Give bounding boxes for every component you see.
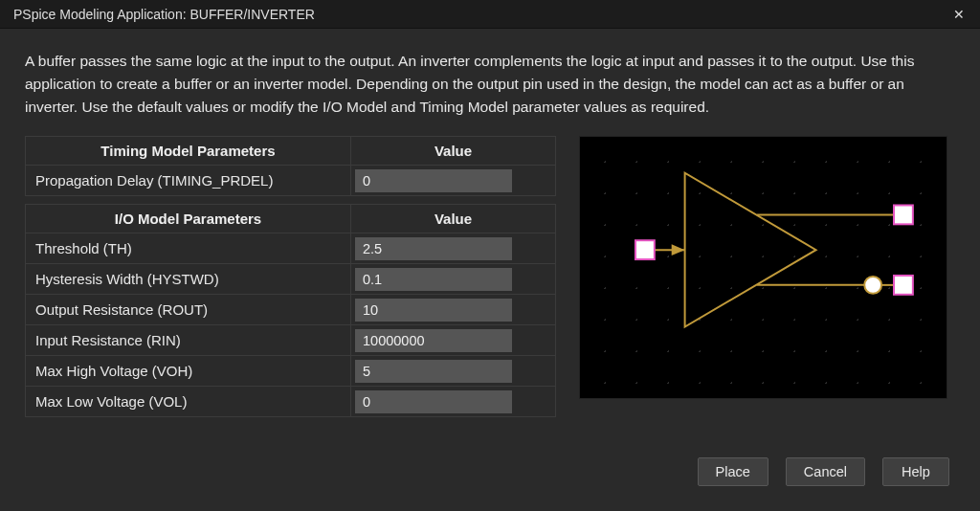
input-pin bbox=[635, 240, 655, 259]
param-value-cell bbox=[351, 387, 556, 417]
table-row: Output Resistance (ROUT) bbox=[26, 295, 556, 325]
timing-prdel-input[interactable] bbox=[355, 169, 512, 192]
timing-header-value: Value bbox=[351, 137, 556, 166]
param-value-cell bbox=[351, 325, 556, 356]
main-row: Timing Model Parameters Value Propagatio… bbox=[25, 136, 955, 425]
help-button[interactable]: Help bbox=[882, 457, 949, 486]
table-row: Max High Voltage (VOH) bbox=[26, 356, 556, 387]
threshold-input[interactable] bbox=[355, 237, 512, 260]
param-label: Output Resistance (ROUT) bbox=[26, 295, 351, 325]
arrow-icon bbox=[672, 244, 685, 256]
io-header-param: I/O Model Parameters bbox=[26, 205, 351, 233]
param-value-cell bbox=[351, 295, 556, 325]
parameter-tables: Timing Model Parameters Value Propagatio… bbox=[25, 136, 556, 425]
param-value-cell bbox=[351, 264, 556, 295]
place-button[interactable]: Place bbox=[698, 457, 768, 486]
io-header-value: Value bbox=[351, 205, 556, 233]
output-pin-inv bbox=[894, 276, 913, 295]
table-row: Propagation Delay (TIMING_PRDEL) bbox=[26, 166, 556, 196]
table-row: Max Low Voltage (VOL) bbox=[26, 387, 556, 417]
param-label: Hysteresis Width (HYSTWD) bbox=[26, 264, 351, 295]
close-icon[interactable]: ✕ bbox=[947, 3, 970, 26]
io-model-table: I/O Model Parameters Value Threshold (TH… bbox=[25, 204, 556, 417]
table-row: Input Resistance (RIN) bbox=[26, 325, 556, 356]
param-label: Max Low Voltage (VOL) bbox=[26, 387, 351, 417]
output-pin-noninv bbox=[894, 206, 913, 225]
param-value-cell bbox=[351, 356, 556, 387]
buffer-inverter-symbol bbox=[580, 137, 947, 398]
hysteresis-input[interactable] bbox=[355, 268, 512, 291]
table-row: Threshold (TH) bbox=[26, 233, 556, 264]
rin-input[interactable] bbox=[355, 329, 512, 352]
modeling-dialog: PSpice Modeling Application: BUFFER/INVE… bbox=[0, 0, 980, 511]
param-label: Input Resistance (RIN) bbox=[26, 325, 351, 356]
param-label: Threshold (TH) bbox=[26, 233, 351, 264]
schematic-preview bbox=[579, 136, 947, 399]
param-label: Max High Voltage (VOH) bbox=[26, 356, 351, 387]
dialog-content: A buffer passes the same logic at the in… bbox=[0, 29, 980, 511]
dialog-footer: Place Cancel Help bbox=[25, 450, 955, 501]
triangle-icon bbox=[685, 173, 816, 327]
param-value-cell bbox=[351, 233, 556, 264]
timing-header-param: Timing Model Parameters bbox=[26, 137, 351, 166]
vol-input[interactable] bbox=[355, 390, 512, 413]
table-row: Hysteresis Width (HYSTWD) bbox=[26, 264, 556, 295]
param-label: Propagation Delay (TIMING_PRDEL) bbox=[26, 166, 351, 196]
description-text: A buffer passes the same logic at the in… bbox=[25, 50, 953, 119]
voh-input[interactable] bbox=[355, 360, 512, 383]
window-title: PSpice Modeling Application: BUFFER/INVE… bbox=[13, 7, 947, 22]
param-value-cell bbox=[351, 166, 556, 196]
timing-model-table: Timing Model Parameters Value Propagatio… bbox=[25, 136, 556, 196]
titlebar: PSpice Modeling Application: BUFFER/INVE… bbox=[0, 0, 980, 29]
inverter-bubble-icon bbox=[864, 277, 881, 294]
rout-input[interactable] bbox=[355, 299, 512, 322]
cancel-button[interactable]: Cancel bbox=[786, 457, 865, 486]
